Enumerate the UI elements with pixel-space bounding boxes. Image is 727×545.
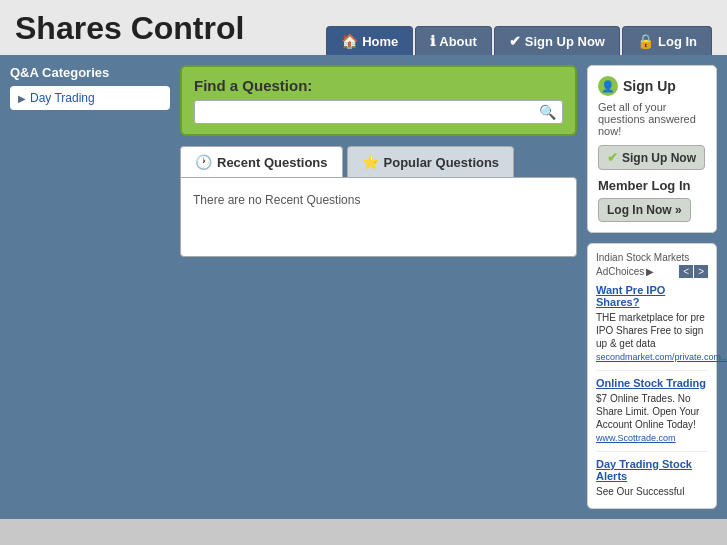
home-icon: 🏠 (341, 33, 358, 49)
main-bg: Q&A Categories ▶ Day Trading Find a Ques… (0, 55, 727, 519)
ad-choices-text: AdChoices ▶ (596, 266, 654, 277)
nav-item-home[interactable]: 🏠 Home (326, 26, 413, 55)
no-questions-text: There are no Recent Questions (193, 193, 564, 207)
tab-popular-questions[interactable]: ⭐ Popular Questions (347, 146, 515, 177)
tab-content: There are no Recent Questions (180, 177, 577, 257)
login-now-button[interactable]: Log In Now » (598, 198, 691, 222)
nav-item-login[interactable]: 🔒 Log In (622, 26, 712, 55)
ad-title-3[interactable]: Day Trading Stock Alerts (596, 458, 708, 482)
find-question-box: Find a Question: 🔍 (180, 65, 577, 136)
signup-header: 👤 Sign Up (598, 76, 706, 96)
ad-text-1: THE marketplace for pre IPO Shares Free … (596, 311, 708, 350)
ad-next-button[interactable]: > (694, 265, 708, 278)
nav-bar: 🏠 Home ℹ About ✔ Sign Up Now 🔒 Log In (324, 26, 712, 55)
signup-btn-label: Sign Up Now (622, 151, 696, 165)
search-input[interactable] (201, 105, 539, 120)
ad-choices-icon: ▶ (646, 266, 654, 277)
right-sidebar: 👤 Sign Up Get all of your questions answ… (587, 65, 717, 509)
sidebar-title: Q&A Categories (10, 65, 170, 80)
ad-title-1[interactable]: Want Pre IPO Shares? (596, 284, 708, 308)
ad-choices-row: AdChoices ▶ < > (596, 265, 708, 278)
nav-home-label: Home (362, 34, 398, 49)
user-icon: 👤 (598, 76, 618, 96)
nav-about-label: About (439, 34, 477, 49)
search-row: 🔍 (194, 100, 563, 124)
tab-recent-label: Recent Questions (217, 155, 328, 170)
signup-now-button[interactable]: ✔ Sign Up Now (598, 145, 705, 170)
member-login-title: Member Log In (598, 178, 706, 193)
nav-item-signup[interactable]: ✔ Sign Up Now (494, 26, 620, 55)
tabs-bar: 🕐 Recent Questions ⭐ Popular Questions (180, 146, 577, 177)
nav-login-label: Log In (658, 34, 697, 49)
info-icon: ℹ (430, 33, 435, 49)
search-icon: 🔍 (539, 104, 556, 120)
ad-text-2: $7 Online Trades. No Share Limit. Open Y… (596, 392, 708, 431)
ad-divider-2 (596, 451, 708, 452)
nav-item-about[interactable]: ℹ About (415, 26, 492, 55)
left-sidebar: Q&A Categories ▶ Day Trading (10, 65, 170, 110)
signup-box: 👤 Sign Up Get all of your questions answ… (587, 65, 717, 233)
ad-title-2[interactable]: Online Stock Trading (596, 377, 708, 389)
sidebar-item-day-trading[interactable]: ▶ Day Trading (10, 86, 170, 110)
nav-signup-label: Sign Up Now (525, 34, 605, 49)
header: Shares Control 🏠 Home ℹ About ✔ Sign Up … (0, 0, 727, 55)
content-layout: Q&A Categories ▶ Day Trading Find a Ques… (10, 65, 717, 509)
sidebar-item-label: Day Trading (30, 91, 95, 105)
login-btn-label: Log In Now » (607, 203, 682, 217)
tab-popular-label: Popular Questions (384, 155, 500, 170)
tab-recent-questions[interactable]: 🕐 Recent Questions (180, 146, 343, 177)
lock-icon: 🔒 (637, 33, 654, 49)
find-question-label: Find a Question: (194, 77, 563, 94)
check-circle-icon: ✔ (607, 150, 618, 165)
ad-prev-button[interactable]: < (679, 265, 693, 278)
ad-link-1[interactable]: secondmarket.com/private.com... (596, 352, 708, 362)
site-title: Shares Control (15, 10, 244, 55)
ad-link-2[interactable]: www.Scottrade.com (596, 433, 708, 443)
signup-desc: Get all of your questions answered now! (598, 101, 706, 137)
ad-text-3: See Our Successful (596, 485, 708, 498)
ad-box: Indian Stock Markets AdChoices ▶ < > Wan… (587, 243, 717, 509)
center-content: Find a Question: 🔍 🕐 Recent Questions ⭐ … (180, 65, 577, 257)
signup-title: Sign Up (623, 78, 676, 94)
checkmark-icon: ✔ (509, 33, 521, 49)
ad-nav-buttons: < > (679, 265, 708, 278)
clock-icon: 🕐 (195, 154, 212, 170)
ad-label: Indian Stock Markets (596, 252, 708, 263)
arrow-icon: ▶ (18, 93, 26, 104)
ad-divider-1 (596, 370, 708, 371)
star-icon: ⭐ (362, 154, 379, 170)
